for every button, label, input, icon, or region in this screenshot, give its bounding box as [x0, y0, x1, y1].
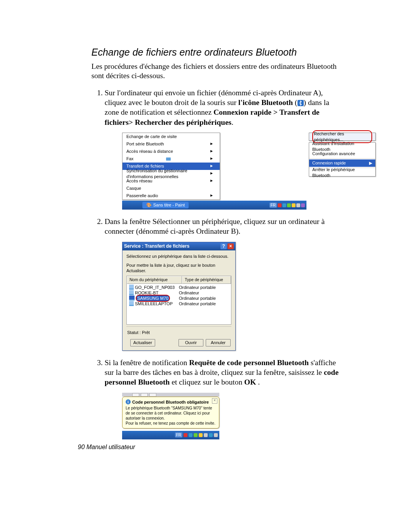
section-heading: Echange de fichiers entre ordinateurs Bl… [91, 47, 342, 58]
figure-device-dialog: Service : Transfert de fichiers ? × Séle… [122, 242, 342, 351]
notification-balloon[interactable]: × i Code personnel Bluetooth obligatoire… [122, 397, 219, 429]
submenu-arrow-icon: ▶ [210, 157, 213, 161]
system-tray: FR [268, 203, 306, 208]
device-row[interactable]: GO_FOR_IT_NP003Ordinateur portable [127, 285, 231, 290]
device-row-selected[interactable]: SAMSUNG M70Ordinateur portable [127, 296, 231, 301]
right-main-menu: Assistant d'installation Bluetooth Confi… [309, 142, 376, 177]
submenu-arrow-icon: ▶ [210, 179, 213, 183]
device-list: Nom du périphérique Type de périphérique… [126, 276, 231, 325]
step3-a: Si la fenêtre de notification [105, 359, 189, 367]
left-context-menu: Echange de carte de visite Port série Bl… [122, 133, 220, 200]
bluetooth-icon [298, 100, 304, 106]
col-device-type[interactable]: Type de périphérique [182, 276, 231, 284]
tray-bluetooth-icon[interactable] [301, 203, 305, 207]
step-3: Si la fenêtre de notification Requête de… [105, 358, 342, 439]
col-device-name[interactable]: Nom du périphérique [127, 276, 182, 284]
menu-item[interactable]: Fax▶ [122, 155, 220, 163]
laptop-icon [129, 285, 134, 290]
intro-paragraph: Les procédures d'échange des fichiers et… [91, 62, 342, 81]
menu-item[interactable]: Synchronisation du gestionnaire d'inform… [122, 170, 220, 177]
menu-item[interactable]: Passerelle audio▶ [122, 192, 220, 199]
dialog-instruction-1: Sélectionnez un périphérique dans la lis… [126, 254, 231, 259]
dialog-status: Statut : Prêt [126, 326, 231, 338]
step-2: Dans la fenêtre Sélectionner un périphér… [105, 217, 342, 350]
menu-item-quick-connect[interactable]: Connexion rapide▶ [309, 159, 375, 167]
menu-item[interactable]: Echange de carte de visite [122, 133, 220, 140]
titlebar-help-button[interactable]: ? [220, 243, 227, 249]
step1-c: ( [293, 98, 297, 107]
tray-icon[interactable] [292, 203, 296, 207]
menu-item[interactable]: Port série Bluetooth▶ [122, 140, 220, 148]
tray-icon[interactable] [184, 433, 187, 437]
info-icon: i [126, 399, 131, 404]
submenu-arrow-icon: ▶ [210, 142, 213, 146]
footer-label: Manuel utilisateur [85, 444, 135, 450]
tray-icon[interactable] [189, 433, 192, 437]
open-button[interactable]: Ouvrir [178, 339, 203, 346]
step1-f: . [231, 118, 233, 126]
dialog-title-text: Service : Transfert de fichiers [124, 243, 189, 250]
tray-icon[interactable] [199, 433, 203, 437]
refresh-button[interactable]: Actualiser [130, 339, 155, 346]
step-1: Sur l'ordinateur qui envoie un fichier (… [105, 88, 342, 210]
window-decoration [122, 393, 219, 397]
right-submenu-top: Rechercher des périphériques... [309, 133, 376, 141]
menu-item-assistant[interactable]: Assistant d'installation Bluetooth [309, 143, 375, 150]
figure-context-menu: Echange de carte de visite Port série Bl… [122, 133, 342, 210]
page-footer: 90 Manuel utilisateur [78, 444, 135, 451]
step1-bold-icon-label: l'icône Bluetooth [238, 98, 293, 107]
tray-bluetooth-icon[interactable] [209, 433, 213, 437]
tray-icon[interactable] [296, 203, 300, 207]
list-header: Nom du périphérique Type de périphérique [127, 276, 231, 284]
dialog-titlebar: Service : Transfert de fichiers ? × [122, 242, 235, 251]
language-indicator[interactable]: FR [270, 203, 277, 208]
step3-bold-ok: OK [244, 378, 256, 386]
tray-icon[interactable] [282, 203, 286, 207]
tray-icon[interactable] [214, 433, 218, 437]
menu-item[interactable]: Casque [122, 185, 220, 192]
tray-icon[interactable] [204, 433, 208, 437]
submenu-arrow-icon: ▶ [210, 149, 213, 153]
dialog-instruction-2: Pour mettre la liste à jour, cliquez sur… [126, 262, 231, 274]
laptop-icon [129, 301, 134, 306]
menu-separator [309, 158, 375, 159]
titlebar-close-button[interactable]: × [228, 243, 234, 249]
submenu-arrow-icon: ▶ [210, 171, 213, 175]
page-number: 90 [78, 444, 85, 450]
submenu-arrow-icon: ▶ [210, 164, 213, 168]
balloon-title: i Code personnel Bluetooth obligatoire [126, 399, 216, 405]
step2-text: Dans la fenêtre Sélectionner un périphér… [105, 217, 325, 235]
taskbar-app-button[interactable]: 🎨Sans titre - Paint [142, 202, 189, 208]
keyboard-icon [166, 157, 171, 161]
language-indicator[interactable]: FR [175, 432, 182, 437]
dialog-button-row: Actualiser Ouvrir Annuler [126, 338, 231, 348]
figure-balloon-notification: × i Code personnel Bluetooth obligatoire… [122, 393, 342, 439]
taskbar: 🎨Sans titre - Paint FR [122, 201, 306, 210]
paint-icon: 🎨 [146, 202, 152, 208]
menu-item[interactable]: Accès réseau à distance▶ [122, 148, 220, 155]
taskbar-tray: FR [122, 431, 219, 439]
submenu-arrow-icon: ▶ [369, 160, 372, 166]
tray-icon[interactable] [278, 203, 282, 207]
step3-bold-notify: Requête de code personnel Bluetooth [189, 359, 309, 367]
tray-icon[interactable] [287, 203, 291, 207]
balloon-body-1: Le périphérique Bluetooth "SAMSUNG M70" … [126, 406, 216, 421]
step3-e: et cliquez sur le bouton [170, 378, 244, 386]
tray-icon[interactable] [194, 433, 198, 437]
cancel-button[interactable]: Annuler [206, 339, 231, 346]
device-row[interactable]: SMILELEELAPTOPOrdinateur portable [127, 301, 231, 306]
balloon-close-button[interactable]: × [212, 398, 217, 404]
balloon-body-2: Pour la refuser, ne tenez pas compte de … [126, 421, 216, 426]
step3-g: . [256, 378, 260, 386]
menu-item-stop-bt[interactable]: Arrêter le périphérique Bluetooth [309, 169, 375, 176]
menu-item-search-devices[interactable]: Rechercher des périphériques... [309, 133, 375, 140]
select-device-dialog: Service : Transfert de fichiers ? × Séle… [122, 242, 236, 351]
submenu-arrow-icon: ▶ [210, 194, 213, 198]
laptop-icon [129, 296, 135, 301]
